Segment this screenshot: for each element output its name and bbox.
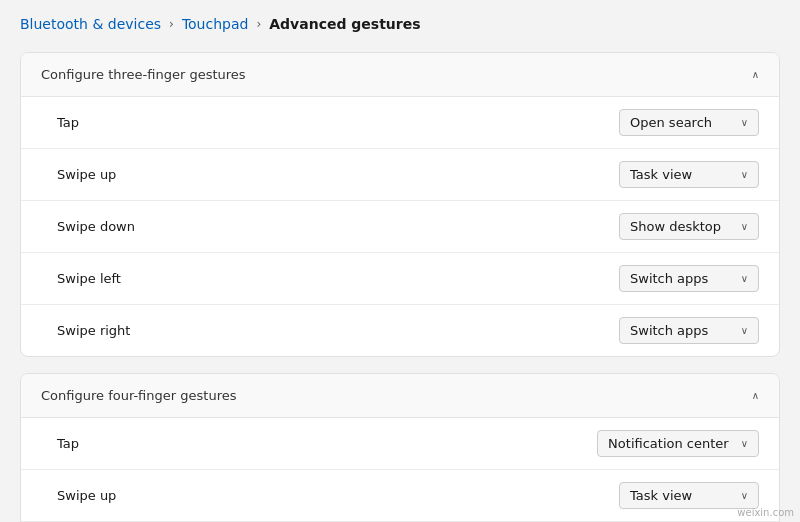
gesture-label: Swipe down — [57, 219, 135, 234]
gesture-value: Task view — [630, 488, 692, 503]
breadcrumb-item-bluetooth[interactable]: Bluetooth & devices — [20, 16, 161, 32]
four-finger-section-header[interactable]: Configure four-finger gestures ∧ — [21, 374, 779, 418]
four-finger-rows: Tap Notification center ∨ Swipe up Task … — [21, 418, 779, 522]
breadcrumb-current: Advanced gestures — [269, 16, 420, 32]
gesture-value: Switch apps — [630, 323, 708, 338]
table-row: Tap Notification center ∨ — [21, 418, 779, 470]
table-row: Swipe left Switch apps ∨ — [21, 253, 779, 305]
table-row: Tap Open search ∨ — [21, 97, 779, 149]
gesture-select-3[interactable]: Switch apps ∨ — [619, 265, 759, 292]
three-finger-section: Configure three-finger gestures ∧ Tap Op… — [20, 52, 780, 357]
watermark: weixin.com — [737, 507, 794, 518]
gesture-select-0[interactable]: Open search ∨ — [619, 109, 759, 136]
gesture-value: Open search — [630, 115, 712, 130]
breadcrumb-separator-1: › — [169, 17, 174, 31]
gesture-select-1[interactable]: Task view ∨ — [619, 161, 759, 188]
four-finger-label: Configure four-finger gestures — [41, 388, 236, 403]
table-row: Swipe right Switch apps ∨ — [21, 305, 779, 356]
breadcrumb: Bluetooth & devices › Touchpad › Advance… — [20, 16, 780, 32]
page-container: Bluetooth & devices › Touchpad › Advance… — [0, 0, 800, 522]
table-row: Swipe up Task view ∨ — [21, 149, 779, 201]
gesture-select-4[interactable]: Switch apps ∨ — [619, 317, 759, 344]
chevron-down-icon: ∨ — [741, 438, 748, 449]
three-finger-chevron-icon: ∧ — [752, 69, 759, 80]
four-finger-section: Configure four-finger gestures ∧ Tap Not… — [20, 373, 780, 522]
breadcrumb-item-touchpad[interactable]: Touchpad — [182, 16, 249, 32]
chevron-down-icon: ∨ — [741, 169, 748, 180]
gesture-select-2[interactable]: Show desktop ∨ — [619, 213, 759, 240]
gesture-label: Swipe up — [57, 167, 116, 182]
table-row: Swipe down Show desktop ∨ — [21, 201, 779, 253]
chevron-down-icon: ∨ — [741, 117, 748, 128]
chevron-down-icon: ∨ — [741, 325, 748, 336]
gesture-label: Tap — [57, 115, 79, 130]
gesture-label: Tap — [57, 436, 79, 451]
gesture-value: Notification center — [608, 436, 729, 451]
three-finger-rows: Tap Open search ∨ Swipe up Task view ∨ S… — [21, 97, 779, 356]
chevron-down-icon: ∨ — [741, 490, 748, 501]
breadcrumb-separator-2: › — [256, 17, 261, 31]
table-row: Swipe up Task view ∨ — [21, 470, 779, 522]
three-finger-label: Configure three-finger gestures — [41, 67, 246, 82]
gesture-label: Swipe up — [57, 488, 116, 503]
chevron-down-icon: ∨ — [741, 273, 748, 284]
gesture-select-four-1[interactable]: Task view ∨ — [619, 482, 759, 509]
gesture-value: Show desktop — [630, 219, 721, 234]
three-finger-section-header[interactable]: Configure three-finger gestures ∧ — [21, 53, 779, 97]
chevron-down-icon: ∨ — [741, 221, 748, 232]
gesture-label: Swipe left — [57, 271, 121, 286]
gesture-select-four-0[interactable]: Notification center ∨ — [597, 430, 759, 457]
gesture-value: Task view — [630, 167, 692, 182]
gesture-value: Switch apps — [630, 271, 708, 286]
gesture-label: Swipe right — [57, 323, 130, 338]
four-finger-chevron-icon: ∧ — [752, 390, 759, 401]
